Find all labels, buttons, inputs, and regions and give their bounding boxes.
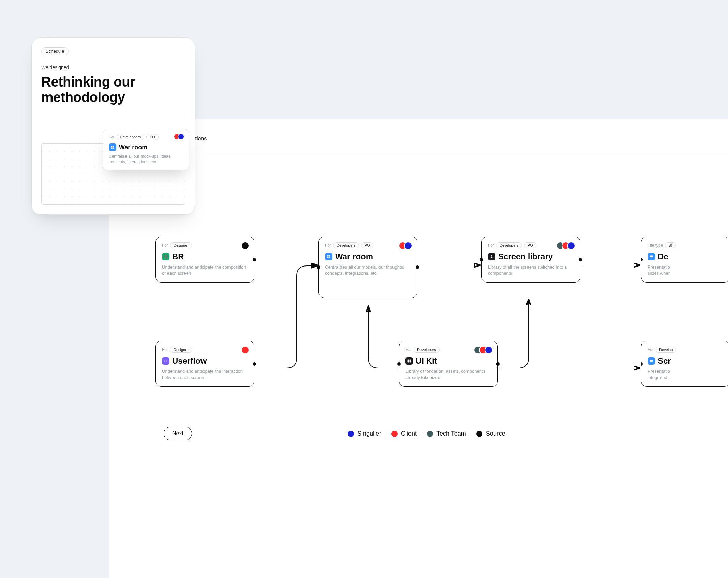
legend: Singulier Client Tech Team Source: [348, 430, 505, 437]
legend-singulier: Singulier: [348, 430, 381, 437]
node-screen-library[interactable]: For Developers PO Screen library Library…: [481, 237, 580, 283]
userflow-port-out: [253, 362, 256, 366]
legend-source-label: Source: [486, 430, 505, 437]
summary-eyebrow: We designed: [41, 65, 185, 70]
warroom-dots: [401, 242, 412, 249]
screenlib-port-out: [579, 258, 582, 261]
mini-desc: Centralise all our mock-ups, ideas, conc…: [109, 154, 183, 165]
mini-for-row: For Developpers PO: [109, 134, 183, 140]
screenlib-for-label: For: [488, 243, 494, 248]
uikit-title: UI Kit: [416, 356, 437, 366]
svg-rect-8: [408, 360, 409, 361]
warroom-port-out: [416, 265, 419, 269]
svg-rect-5: [651, 258, 652, 258]
br-title: BR: [172, 252, 184, 261]
userflow-dots: [243, 347, 249, 353]
singulier-dot-icon: [348, 431, 354, 437]
warroom-title: War room: [335, 252, 373, 261]
singulier-dot-icon: [485, 347, 492, 353]
svg-rect-11: [410, 361, 411, 363]
warroom-for-row: For Developers PO: [325, 242, 411, 248]
component-library-icon: [488, 253, 495, 260]
screenlib-desc: Library of all the screens switched into…: [488, 264, 574, 276]
tech-dot-icon: [427, 431, 433, 437]
warroom-for-label: For: [325, 243, 331, 248]
node-deck-top[interactable]: File type Sli De Presentatio slides wher: [641, 237, 728, 283]
deck1-title: De: [658, 252, 668, 261]
mini-dots: [176, 134, 184, 139]
ui-kit-icon: [405, 357, 413, 365]
node-userflow[interactable]: For Designer Userflow Understand and ant…: [155, 341, 254, 387]
br-port-out: [253, 258, 256, 261]
summary-dotted-area: For Developpers PO War room Centralise a…: [41, 143, 185, 205]
singulier-dot-icon: [405, 242, 412, 249]
node-deck-bottom[interactable]: For Develop Scr Presentatio integrated i: [641, 341, 728, 387]
svg-rect-10: [408, 361, 409, 363]
slides-icon: [648, 253, 655, 260]
br-desc: Understand and anticipate the compositio…: [162, 264, 248, 276]
uikit-dots: [476, 347, 492, 353]
uikit-tag-developers: Developers: [414, 347, 440, 353]
deck2-tag: Develop: [656, 347, 676, 353]
svg-rect-9: [410, 360, 411, 361]
deck2-for-row: For Develop: [648, 347, 723, 353]
screenlib-tag-po: PO: [524, 242, 536, 248]
singulier-dot-icon: [178, 134, 184, 139]
warroom-tag-developers: Developers: [333, 242, 359, 248]
client-dot-icon: [242, 347, 249, 353]
summary-mini-card[interactable]: For Developpers PO War room Centralise a…: [103, 129, 189, 170]
legend-tech-label: Tech Team: [436, 430, 466, 437]
screenlib-title: Screen library: [498, 252, 553, 261]
svg-rect-12: [650, 360, 653, 362]
screenlib-tag-developers: Developers: [496, 242, 522, 248]
deck1-desc: Presentatio slides wher: [648, 264, 723, 276]
deck1-filetype-tag: Sli: [665, 242, 676, 248]
legend-source: Source: [476, 430, 505, 437]
tab-strip: lutions: [191, 133, 728, 153]
screenlib-port-in: [480, 258, 483, 261]
screenlib-dots: [558, 242, 575, 249]
slides-icon: [648, 357, 655, 365]
deck2-port-in: [641, 362, 643, 366]
uikit-for-label: For: [405, 347, 412, 352]
svg-point-7: [166, 361, 167, 362]
uikit-port-out: [496, 362, 500, 366]
warroom-port-in: [317, 265, 320, 269]
deck1-port-in: [641, 258, 643, 261]
uikit-desc: Library of fondation, assets, components…: [405, 368, 491, 380]
summary-card: Schedule We designed Rethinking our meth…: [31, 37, 195, 215]
node-war-room[interactable]: For Developers PO War room Centralizes a…: [318, 237, 417, 298]
summary-title: Rethinking our methodology: [41, 74, 185, 105]
node-br[interactable]: For Designer BR Understand and anticipat…: [155, 237, 254, 283]
br-for-row: For Designer: [162, 242, 248, 248]
source-dot-icon: [476, 431, 482, 437]
deck2-desc: Presentatio integrated i: [648, 368, 723, 380]
singulier-dot-icon: [568, 242, 575, 249]
userflow-desc: Understand and anticipate the interactio…: [162, 368, 248, 380]
legend-client: Client: [391, 430, 417, 437]
next-button[interactable]: Next: [164, 427, 192, 440]
userflow-tag-designer: Designer: [170, 347, 192, 353]
war-room-icon: [109, 143, 116, 151]
schedule-badge: Schedule: [41, 47, 69, 55]
mini-tag-po: PO: [146, 134, 159, 140]
mini-title: War room: [119, 144, 147, 151]
deck2-for-label: For: [648, 347, 654, 352]
br-dots: [243, 242, 249, 249]
uikit-port-in: [397, 362, 401, 366]
userflow-for-row: For Designer: [162, 347, 248, 353]
client-dot-icon: [391, 431, 398, 437]
deck2-title: Scr: [658, 356, 671, 366]
svg-rect-4: [650, 256, 653, 258]
mini-for-label: For: [109, 135, 115, 139]
userflow-for-label: For: [162, 347, 168, 352]
source-dot-icon: [242, 242, 249, 249]
node-ui-kit[interactable]: For Developers UI Kit Library of fondati…: [399, 341, 498, 387]
br-tag-designer: Designer: [170, 242, 192, 248]
userflow-icon: [162, 357, 169, 365]
mini-tag-developers: Developpers: [117, 134, 145, 140]
legend-singulier-label: Singulier: [357, 430, 381, 437]
br-for-label: For: [162, 243, 168, 248]
war-room-icon: [325, 253, 332, 260]
warroom-desc: Centralizes all our models, our thoughts…: [325, 264, 411, 276]
